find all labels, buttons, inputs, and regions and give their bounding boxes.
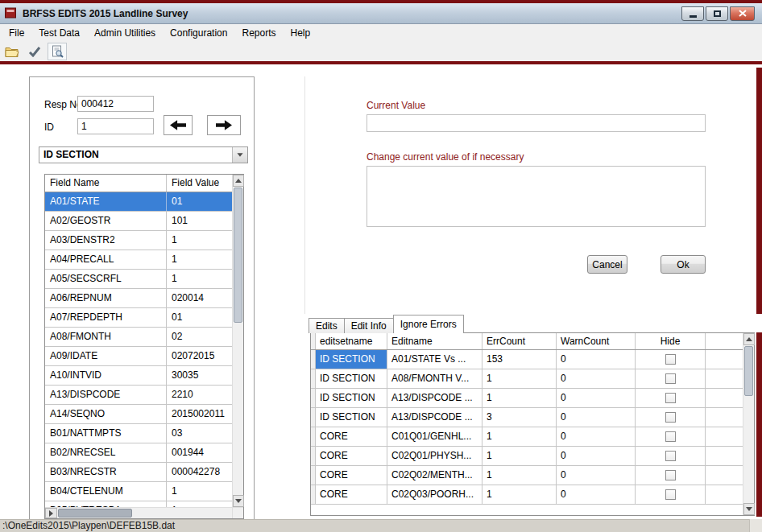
errcount-cell[interactable]: 3 [482,408,557,427]
column-header-errcount[interactable]: ErrCount [482,333,557,349]
tab-ignore-errors[interactable]: Ignore Errors [393,315,464,333]
warncount-cell[interactable]: 0 [557,350,636,369]
tab-edit-info[interactable]: Edit Info [344,318,394,333]
hide-checkbox[interactable] [665,393,676,403]
hide-checkbox[interactable] [665,373,676,384]
errcount-cell[interactable]: 1 [482,369,557,388]
editname-cell[interactable]: C02Q02/MENTH... [387,466,482,485]
ok-button[interactable]: Ok [661,255,706,274]
field-grid-row[interactable]: A09/IDATE02072015 [45,347,232,366]
editsetname-cell[interactable]: CORE [316,427,387,446]
field-grid-row[interactable]: A01/STATE01 [45,192,232,212]
current-value-input[interactable] [367,114,706,132]
resp-no-input[interactable] [77,96,154,112]
errors-grid-row[interactable]: ID SECTIONA13/DISPCODE ...10 [311,389,743,408]
field-name-cell[interactable]: A10/INTVID [45,366,167,385]
field-grid-row[interactable]: B02/NRECSEL001944 [45,443,232,463]
errors-grid-vertical-scrollbar[interactable] [743,333,754,515]
field-grid-row[interactable]: B05/PVTRESD11 [45,501,232,507]
field-name-cell[interactable]: A07/REPDEPTH [45,308,167,327]
section-dropdown[interactable]: ID SECTION [39,146,248,163]
maximize-button[interactable] [706,6,728,21]
field-name-cell[interactable]: A01/STATE [45,192,167,211]
previous-record-button[interactable] [164,115,193,135]
field-name-cell[interactable]: A09/IDATE [45,347,167,365]
column-header-editsetname[interactable]: editsetname [316,333,387,349]
editsetname-cell[interactable]: ID SECTION [316,389,387,407]
editsetname-cell[interactable]: ID SECTION [316,408,387,427]
warncount-cell[interactable]: 0 [557,466,636,485]
scrollbar-thumb[interactable] [234,188,242,323]
field-value-cell[interactable]: 1 [167,501,232,507]
open-file-button[interactable] [2,43,22,60]
warncount-cell[interactable]: 0 [557,485,636,504]
field-name-cell[interactable]: A02/GEOSTR [45,212,167,230]
column-header-warncount[interactable]: WarnCount [557,333,636,349]
errors-grid-row[interactable]: COREC02Q03/POORH...10 [311,485,743,505]
field-grid-row[interactable]: A03/DENSTR21 [45,231,232,250]
field-name-cell[interactable]: A14/SEQNO [45,405,167,423]
menu-item-file[interactable]: File [2,25,31,41]
editname-cell[interactable]: A13/DISPCODE ... [387,389,482,407]
errcount-cell[interactable]: 1 [482,427,557,446]
field-name-cell[interactable]: A05/SECSCRFL [45,270,167,288]
field-value-cell[interactable]: 2210 [167,386,232,404]
minimize-button[interactable] [681,6,704,21]
errors-grid-row[interactable]: ID SECTIONA08/FMONTH V...10 [311,369,743,389]
menu-item-admin-utilities[interactable]: Admin Utilities [87,25,163,41]
field-name-cell[interactable]: A06/REPNUM [45,289,167,307]
field-grid-horizontal-scrollbar[interactable] [45,507,232,518]
errors-grid-row[interactable]: COREC02Q01/PHYSH...10 [311,447,743,466]
scroll-right-button[interactable] [45,508,57,518]
field-name-cell[interactable]: B05/PVTRESD1 [45,501,167,507]
field-value-cell[interactable]: 1 [167,231,232,250]
field-grid-row[interactable]: A07/REPDEPTH01 [45,308,232,328]
warncount-cell[interactable]: 0 [557,369,636,388]
editname-cell[interactable]: A13/DISPCODE ... [387,408,482,427]
field-grid-row[interactable]: A10/INTVID30035 [45,366,232,386]
field-grid-row[interactable]: A08/FMONTH02 [45,328,232,347]
field-value-cell[interactable]: 02 [167,328,232,346]
field-value-cell[interactable]: 2015002011 [167,405,232,423]
field-grid-row[interactable]: A06/REPNUM020014 [45,289,232,308]
errcount-cell[interactable]: 1 [482,447,557,465]
column-header-field-name[interactable]: Field Name [45,175,167,192]
editname-cell[interactable]: A01/STATE Vs ... [387,350,482,369]
editsetname-cell[interactable]: ID SECTION [316,369,387,388]
editsetname-cell[interactable]: CORE [316,447,387,465]
field-value-cell[interactable]: 1 [167,250,232,269]
scroll-up-button[interactable] [743,333,755,345]
validate-button[interactable] [25,43,44,60]
field-grid-vertical-scrollbar[interactable] [232,175,243,507]
resize-grip[interactable] [749,519,762,532]
tab-edits[interactable]: Edits [309,318,345,333]
menu-item-help[interactable]: Help [284,25,318,41]
field-name-cell[interactable]: B01/NATTMPTS [45,424,167,443]
scrollbar-thumb[interactable] [58,509,132,518]
field-grid-row[interactable]: A04/PRECALL1 [45,250,232,270]
hide-checkbox[interactable] [665,451,676,461]
field-value-cell[interactable]: 02072015 [167,347,232,365]
close-button[interactable] [730,6,755,21]
field-value-cell[interactable]: 30035 [167,366,232,385]
editname-cell[interactable]: A08/FMONTH V... [387,369,482,388]
change-value-textarea[interactable] [367,166,706,227]
warncount-cell[interactable]: 0 [557,447,636,465]
field-name-cell[interactable]: A03/DENSTR2 [45,231,167,250]
errcount-cell[interactable]: 1 [482,389,557,407]
field-value-cell[interactable]: 01 [167,192,232,211]
editsetname-cell[interactable]: ID SECTION [316,350,387,369]
field-value-cell[interactable]: 000042278 [167,463,232,481]
errcount-cell[interactable]: 1 [482,485,557,504]
column-header-field-value[interactable]: Field Value [167,175,232,192]
editname-cell[interactable]: C01Q01/GENHL... [387,427,482,446]
id-input[interactable] [77,118,154,134]
menu-item-reports[interactable]: Reports [234,25,283,41]
scrollbar-thumb[interactable] [744,346,753,396]
editname-cell[interactable]: C02Q03/POORH... [387,485,482,504]
errors-grid-row[interactable]: ID SECTIONA01/STATE Vs ...1530 [311,350,743,369]
editname-cell[interactable]: C02Q01/PHYSH... [387,447,482,465]
print-preview-button[interactable] [48,43,67,60]
warncount-cell[interactable]: 0 [557,389,636,407]
warncount-cell[interactable]: 0 [557,427,636,446]
